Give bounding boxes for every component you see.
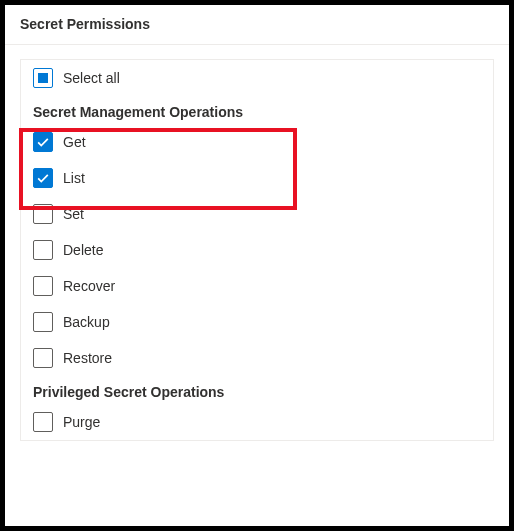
- perm-restore-label: Restore: [63, 350, 112, 366]
- checkmark-icon: [36, 171, 50, 185]
- checkmark-icon: [36, 135, 50, 149]
- section-management-title: Secret Management Operations: [21, 96, 493, 124]
- perm-get-checkbox[interactable]: [33, 132, 53, 152]
- select-all-label: Select all: [63, 70, 120, 86]
- perm-delete-row[interactable]: Delete: [21, 232, 493, 268]
- perm-delete-checkbox[interactable]: [33, 240, 53, 260]
- perm-list-label: List: [63, 170, 85, 186]
- perm-restore-checkbox[interactable]: [33, 348, 53, 368]
- select-all-checkbox[interactable]: [33, 68, 53, 88]
- perm-set-row[interactable]: Set: [21, 196, 493, 232]
- perm-purge-label: Purge: [63, 414, 100, 430]
- perm-get-row[interactable]: Get: [21, 124, 493, 160]
- perm-get-label: Get: [63, 134, 86, 150]
- perm-list-checkbox[interactable]: [33, 168, 53, 188]
- page-title: Secret Permissions: [5, 5, 509, 45]
- perm-set-checkbox[interactable]: [33, 204, 53, 224]
- perm-recover-row[interactable]: Recover: [21, 268, 493, 304]
- select-all-row[interactable]: Select all: [21, 60, 493, 96]
- perm-list-row[interactable]: List: [21, 160, 493, 196]
- perm-backup-row[interactable]: Backup: [21, 304, 493, 340]
- perm-recover-label: Recover: [63, 278, 115, 294]
- perm-delete-label: Delete: [63, 242, 103, 258]
- perm-backup-label: Backup: [63, 314, 110, 330]
- perm-purge-row[interactable]: Purge: [21, 404, 493, 440]
- perm-purge-checkbox[interactable]: [33, 412, 53, 432]
- perm-recover-checkbox[interactable]: [33, 276, 53, 296]
- perm-backup-checkbox[interactable]: [33, 312, 53, 332]
- permissions-panel: Select all Secret Management Operations …: [20, 59, 494, 441]
- section-privileged-title: Privileged Secret Operations: [21, 376, 493, 404]
- perm-set-label: Set: [63, 206, 84, 222]
- perm-restore-row[interactable]: Restore: [21, 340, 493, 376]
